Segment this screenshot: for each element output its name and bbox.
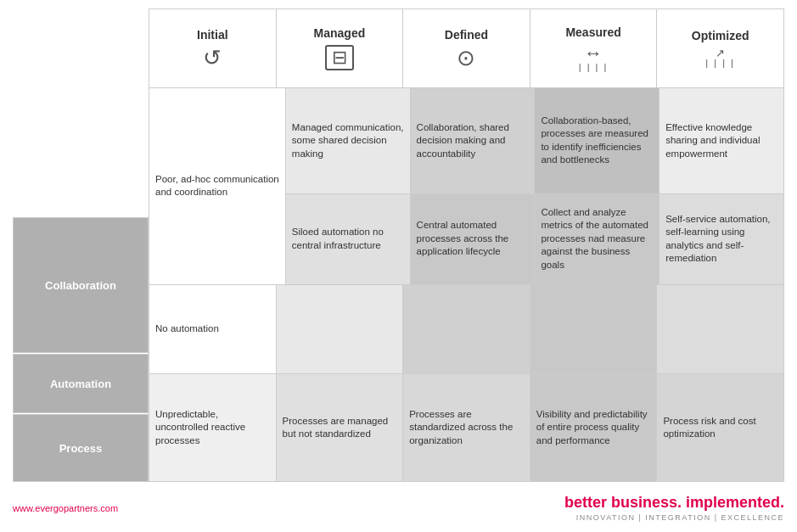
label-collaboration: Collaboration	[13, 217, 149, 353]
footer-brand-accent: implemented.	[686, 494, 784, 511]
maturity-grid: Initial ↺ Managed ⊟ Defined ⊙ Measured ↔…	[149, 8, 784, 482]
collab-optimized-bottom: Self-service automation, self-learning u…	[659, 194, 783, 284]
col-title-managed: Managed	[314, 26, 366, 40]
main-content: Collaboration Automation Process Initial…	[13, 8, 784, 482]
col-header-optimized: Optimized ↗ | | | |	[657, 9, 783, 87]
collab-measured-container: Collaboration-based, processes are measu…	[535, 88, 659, 284]
col-header-initial: Initial ↺	[149, 9, 277, 87]
header-row: Initial ↺ Managed ⊟ Defined ⊙ Measured ↔…	[149, 9, 783, 88]
footer: www.evergopartners.com better business. …	[13, 487, 784, 524]
collab-measured-bottom: Collect and analyze metrics of the autom…	[535, 194, 659, 284]
row-labels: Collaboration Automation Process	[13, 8, 149, 482]
proc-measured: Visibility and predictability of entire …	[530, 374, 658, 481]
collaboration-row: Poor, ad-hoc communication and coordinat…	[149, 88, 783, 285]
collab-defined-bottom: Central automated processes across the a…	[411, 194, 535, 284]
initial-icon: ↺	[203, 47, 222, 69]
label-process: Process	[13, 414, 149, 482]
footer-brand-area: better business. implemented. INNOVATION…	[564, 494, 784, 522]
footer-brand: better business. implemented.	[564, 494, 784, 512]
collab-optimized-top: Effective knowledge sharing and individu…	[659, 88, 783, 194]
col-title-defined: Defined	[445, 28, 488, 42]
collab-defined-container: Collaboration, shared decision making an…	[411, 88, 536, 284]
collab-managed-container: Managed communication, some shared decis…	[286, 88, 411, 284]
auto-defined	[403, 285, 530, 374]
collab-managed-bottom: Siloed automation no central infrastruct…	[286, 194, 410, 284]
data-rows: Poor, ad-hoc communication and coordinat…	[149, 88, 783, 481]
defined-icon: ⊙	[457, 47, 475, 69]
col-header-measured: Measured ↔ | | | |	[530, 9, 658, 87]
proc-optimized: Process risk and cost optimization	[657, 374, 783, 481]
label-automation: Automation	[13, 354, 149, 413]
collab-initial: Poor, ad-hoc communication and coordinat…	[149, 88, 286, 284]
proc-initial: Unpredictable, uncontrolled reactive pro…	[149, 374, 277, 481]
proc-managed: Processes are managed but not standardiz…	[277, 374, 404, 481]
proc-defined: Processes are standardized across the or…	[403, 374, 530, 481]
page: Collaboration Automation Process Initial…	[0, 0, 797, 532]
automation-row: No automation	[149, 285, 783, 375]
auto-optimized	[657, 285, 783, 374]
collab-measured-top: Collaboration-based, processes are measu…	[535, 88, 659, 194]
footer-website: www.evergopartners.com	[13, 503, 118, 513]
auto-managed	[277, 285, 404, 374]
optimized-icon: ↗ | | | |	[705, 48, 735, 68]
process-row: Unpredictable, uncontrolled reactive pro…	[149, 374, 783, 481]
footer-brand-text: better business.	[564, 494, 682, 511]
collab-defined-top: Collaboration, shared decision making an…	[411, 88, 535, 194]
col-title-initial: Initial	[197, 28, 228, 42]
auto-measured	[530, 285, 658, 374]
collab-optimized-container: Effective knowledge sharing and individu…	[659, 88, 783, 284]
managed-icon: ⊟	[325, 45, 354, 70]
measured-icon: ↔ | | | |	[579, 44, 609, 72]
col-header-managed: Managed ⊟	[277, 9, 404, 87]
col-title-measured: Measured	[565, 25, 620, 39]
collab-managed-top: Managed communication, some shared decis…	[286, 88, 410, 194]
footer-tagline: INNOVATION | INTEGRATION | EXCELLENCE	[564, 513, 784, 522]
col-header-defined: Defined ⊙	[403, 9, 530, 87]
col-title-optimized: Optimized	[692, 29, 749, 42]
auto-initial: No automation	[149, 285, 277, 374]
